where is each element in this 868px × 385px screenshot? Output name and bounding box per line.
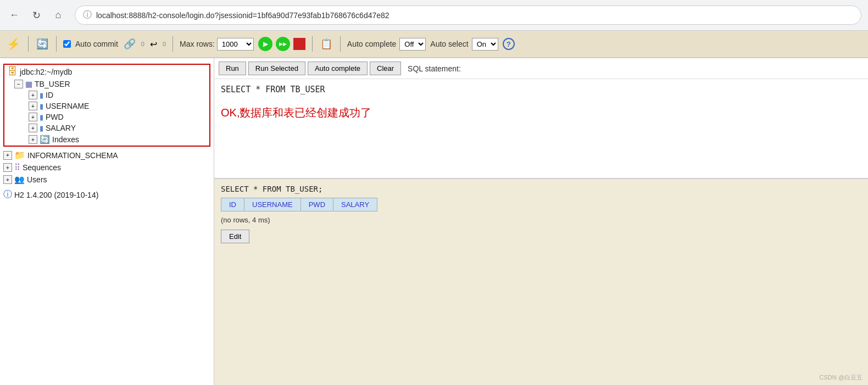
indexes-expand[interactable]: + — [29, 135, 37, 144]
max-rows-label: Max rows: — [180, 40, 215, 48]
run-button[interactable] — [258, 37, 272, 51]
col-salary-icon: ▮ — [40, 124, 43, 132]
stop-button[interactable] — [293, 38, 305, 50]
run-sql-button[interactable]: Run — [219, 62, 246, 75]
max-rows-container: Max rows: 1000 100 500 10000 — [180, 38, 254, 51]
help-button[interactable]: ? — [503, 38, 515, 50]
sequences-icon: ⠿ — [14, 163, 20, 172]
results-table: ID USERNAME PWD SALARY — [221, 198, 377, 211]
col-salary-label: SALARY — [46, 124, 76, 132]
auto-select-select[interactable]: On Off — [472, 38, 498, 51]
sequences-label: Sequences — [23, 163, 61, 172]
username-expand[interactable]: + — [29, 102, 37, 110]
col-id-label: ID — [46, 91, 53, 99]
users-icon: 👥 — [14, 175, 25, 185]
auto-commit-label: Auto commit — [75, 40, 118, 48]
auto-select-container: Auto select On Off — [430, 38, 498, 51]
ok-message: OK,数据库和表已经创建成功了 — [221, 105, 861, 120]
back-button[interactable]: ← — [7, 8, 22, 23]
sql-toolbar: Run Run Selected Auto complete Clear SQL… — [214, 58, 868, 79]
schema-item[interactable]: + 📁 INFORMATION_SCHEMA — [0, 149, 214, 161]
results-area: SELECT * FROM TB_USER; ID USERNAME PWD S… — [214, 179, 868, 385]
indexes-label: Indexes — [52, 135, 79, 144]
edit-button[interactable]: Edit — [221, 230, 249, 243]
refresh-tree-button[interactable]: 🔄 — [35, 37, 49, 51]
separator-4 — [312, 36, 313, 52]
table-icon: ▦ — [25, 80, 32, 88]
info-icon: ⓘ — [83, 9, 92, 21]
sql-text: SELECT * FROM TB_USER — [221, 85, 861, 94]
col-salary-item[interactable]: + ▮ SALARY — [4, 122, 209, 133]
rollback-button[interactable]: ↩ — [149, 38, 158, 51]
version-icon: ⓘ — [3, 189, 12, 200]
refresh-button[interactable]: ↻ — [29, 8, 44, 23]
auto-complete-button[interactable]: Auto complete — [308, 62, 368, 75]
users-item[interactable]: + 👥 Users — [0, 174, 214, 186]
run-all-button[interactable] — [276, 37, 290, 51]
sql-editor-area: Run Run Selected Auto complete Clear SQL… — [214, 58, 868, 179]
browser-chrome: ← ↻ ⌂ ⓘ localhost:8888/h2-console/login.… — [0, 0, 868, 31]
db-root-item[interactable]: 🗄 jdbc:h2:~/mydb — [4, 65, 209, 79]
separator-1 — [28, 36, 29, 52]
separator-5 — [340, 36, 341, 52]
sql-statement-label: SQL statement: — [408, 64, 461, 73]
right-content: Run Run Selected Auto complete Clear SQL… — [214, 58, 868, 385]
version-item: ⓘ H2 1.4.200 (2019-10-14) — [0, 188, 214, 202]
version-label: H2 1.4.200 (2019-10-14) — [14, 191, 98, 199]
salary-expand[interactable]: + — [29, 124, 37, 132]
results-query: SELECT * FROM TB_USER; — [221, 185, 861, 193]
watermark: CSDN @白豆五 — [820, 373, 863, 382]
auto-complete-label: Auto complete — [347, 40, 397, 48]
nav-buttons: ← ↻ ⌂ — [7, 8, 66, 23]
play-controls — [258, 37, 305, 51]
max-rows-select[interactable]: 1000 100 500 10000 — [217, 38, 254, 51]
col-header-username: USERNAME — [244, 198, 301, 211]
index-icon: 🔄 — [40, 135, 50, 144]
folder-icon: 📁 — [14, 150, 25, 160]
col-pwd-icon: ▮ — [40, 113, 43, 121]
col-header-id: ID — [221, 198, 244, 211]
indexes-item[interactable]: + 🔄 Indexes — [4, 133, 209, 146]
separator-2 — [56, 36, 57, 52]
id-expand[interactable]: + — [29, 91, 37, 99]
tb-user-expand[interactable]: − — [14, 80, 23, 88]
col-header-pwd: PWD — [301, 198, 333, 211]
sequences-item[interactable]: + ⠿ Sequences — [0, 161, 214, 174]
col-pwd-item[interactable]: + ▮ PWD — [4, 111, 209, 122]
commit-button[interactable]: 🔗 — [123, 37, 137, 51]
export-button[interactable]: 📋 — [319, 37, 333, 51]
users-label: Users — [27, 175, 47, 184]
auto-select-label: Auto select — [430, 40, 468, 48]
col-id-item[interactable]: + ▮ ID — [4, 90, 209, 101]
h2-toolbar: ⚡ 🔄 Auto commit 🔗 0 ↩ 0 Max rows: 1000 1… — [0, 31, 868, 58]
address-bar[interactable]: ⓘ localhost:8888/h2-console/login.do?jse… — [75, 5, 861, 25]
schema-expand[interactable]: + — [3, 151, 12, 160]
col-username-item[interactable]: + ▮ USERNAME — [4, 101, 209, 111]
db-label: jdbc:h2:~/mydb — [20, 68, 72, 76]
auto-complete-select[interactable]: Off On — [399, 38, 426, 51]
home-button[interactable]: ⌂ — [51, 8, 66, 23]
results-meta: (no rows, 4 ms) — [221, 216, 861, 224]
sequences-expand[interactable]: + — [3, 163, 12, 172]
db-icon: 🗄 — [8, 66, 18, 77]
separator-3 — [173, 36, 173, 52]
table-tb-user-item[interactable]: − ▦ TB_USER — [4, 79, 209, 90]
clear-button[interactable]: Clear — [370, 62, 401, 75]
col-username-label: USERNAME — [46, 102, 89, 110]
col-username-icon: ▮ — [40, 102, 43, 110]
auto-commit-checkbox[interactable] — [63, 40, 71, 48]
pwd-expand[interactable]: + — [29, 113, 37, 121]
col-id-icon: ▮ — [40, 91, 43, 99]
auto-complete-container: Auto complete Off On — [347, 38, 426, 51]
red-border-section: 🗄 jdbc:h2:~/mydb − ▦ TB_USER + ▮ ID + ▮ … — [3, 64, 210, 147]
table-label: TB_USER — [35, 80, 70, 88]
url-text: localhost:8888/h2-console/login.do?jsess… — [96, 11, 390, 20]
main-layout: 🗄 jdbc:h2:~/mydb − ▦ TB_USER + ▮ ID + ▮ … — [0, 58, 868, 385]
schema-label: INFORMATION_SCHEMA — [27, 151, 118, 160]
run-selected-button[interactable]: Run Selected — [248, 62, 305, 75]
col-pwd-label: PWD — [46, 113, 64, 121]
users-expand[interactable]: + — [3, 175, 12, 184]
sql-content[interactable]: SELECT * FROM TB_USER OK,数据库和表已经创建成功了 — [214, 79, 868, 178]
connect-button[interactable]: ⚡ — [5, 36, 21, 52]
col-header-salary: SALARY — [333, 198, 377, 211]
